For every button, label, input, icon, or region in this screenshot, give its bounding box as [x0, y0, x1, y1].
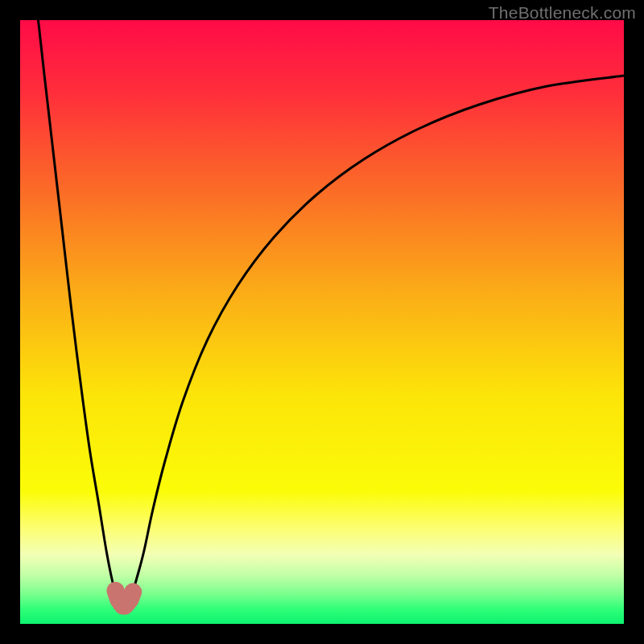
chart-plot-area [20, 20, 624, 624]
watermark-label: TheBottleneck.com [489, 3, 636, 23]
chart-frame: TheBottleneck.com [0, 0, 644, 644]
chart-background [20, 20, 624, 624]
valley-marker [116, 591, 134, 606]
chart-svg [20, 20, 624, 624]
